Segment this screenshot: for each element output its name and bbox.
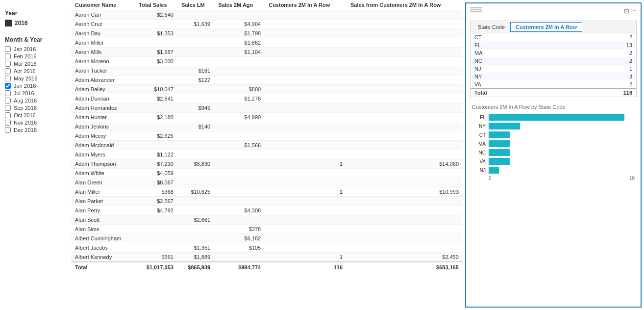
checkbox-oct-2016[interactable] [5, 112, 11, 118]
checkbox-may-2016[interactable] [5, 76, 11, 81]
state-table-row: CT2 [471, 33, 636, 41]
col-total-sales: Total Sales [135, 0, 177, 10]
cell-18-0: Alan Green [71, 178, 135, 187]
state-cell-2-1: 2 [561, 49, 636, 57]
checkbox-jul-2016[interactable] [5, 90, 11, 96]
state-cell-1-1: 13 [561, 41, 636, 49]
filter-oct-2016[interactable]: Oct 2016 [5, 112, 66, 118]
cell-21-2 [177, 206, 214, 215]
filter-mar-2016[interactable]: Mar 2016 [5, 61, 66, 67]
cell-12-2: $140 [177, 122, 214, 131]
tab-state-code[interactable]: State Code [472, 22, 510, 32]
cell-25-3: $105 [214, 243, 265, 253]
cell-11-4 [265, 113, 347, 122]
filter-jul-2016[interactable]: Jul 2016 [5, 90, 66, 96]
drag-handle[interactable] [470, 7, 482, 15]
checkbox-aug-2016[interactable] [5, 98, 11, 103]
cell-22-0: Alan Scott [71, 215, 135, 225]
chart-axis: 0 10 [472, 176, 635, 181]
drag-handle-area: ⊡ ··· [470, 7, 637, 15]
filter-dec-2016[interactable]: Dec 2016 [5, 127, 66, 133]
chart-title: Customers 2M In A Row by State Code [472, 104, 635, 110]
cell-15-1: $1,122 [135, 150, 177, 159]
filter-jun-2016[interactable]: Jun 2016 [5, 83, 66, 89]
cell-9-0: Adam Duncan [71, 94, 135, 103]
year-filter-title: Year [5, 10, 66, 17]
table-row: Adam Duncan$2,841$1,278 [71, 94, 463, 103]
more-icon[interactable]: ··· [632, 7, 637, 15]
cell-11-5 [347, 113, 463, 122]
widget-tabs: State Code Customers 2M In A Row [472, 22, 582, 32]
cell-18-2 [177, 178, 214, 187]
cell-22-3 [214, 215, 265, 225]
cell-20-5 [347, 197, 463, 206]
cell-13-0: Adam Mccoy [71, 131, 135, 141]
label-mar-2016: Mar 2016 [14, 61, 36, 67]
filter-may-2016[interactable]: May 2016 [5, 76, 66, 81]
table-body: Aaron Carr$2,640Aaron Cruz$1,639$4,904Aa… [71, 10, 463, 262]
drag-line-2 [470, 9, 482, 10]
label-nov-2016: Nov 2016 [14, 120, 37, 126]
checkbox-apr-2016[interactable] [5, 68, 11, 74]
state-cell-1-0: FL [471, 41, 561, 49]
footer-customers-2m: 116 [265, 262, 347, 272]
col-customer-name: Customer Name [71, 0, 135, 10]
checkbox-sep-2016[interactable] [5, 105, 11, 111]
cell-16-5: $14,060 [347, 159, 463, 169]
label-dec-2016: Dec 2016 [14, 127, 37, 133]
cell-19-4: 1 [265, 187, 347, 197]
checkbox-mar-2016[interactable] [5, 61, 11, 67]
filter-jan-2016[interactable]: Jan 2016 [5, 46, 66, 52]
table-row: Albert Kennedy$561$1,8891$2,450 [71, 253, 463, 262]
filter-sep-2016[interactable]: Sep 2016 [5, 105, 66, 111]
year-item-2016: 2016 [5, 20, 66, 26]
checkbox-jan-2016[interactable] [5, 46, 11, 52]
tab-customers-2m[interactable]: Customers 2M In A Row [510, 22, 582, 32]
cell-18-5 [347, 178, 463, 187]
cell-13-5 [347, 131, 463, 141]
checkbox-nov-2016[interactable] [5, 120, 11, 126]
filter-apr-2016[interactable]: Apr 2016 [5, 68, 66, 74]
bar-label-ma: MA [472, 141, 486, 147]
table-row: Alan Sims$378 [71, 225, 463, 234]
cell-8-4 [265, 85, 347, 94]
table-row: Alan Green$8,067 [71, 178, 463, 187]
chart-section: Customers 2M In A Row by State Code FLNY… [470, 102, 637, 183]
cell-17-5 [347, 169, 463, 178]
checkbox-feb-2016[interactable] [5, 53, 11, 59]
checkbox-jun-2016[interactable] [5, 83, 11, 89]
filter-nov-2016[interactable]: Nov 2016 [5, 120, 66, 126]
table-container[interactable]: Customer Name Total Sales Sales LM Sales… [71, 0, 463, 310]
cell-5-3 [214, 57, 265, 66]
filter-aug-2016[interactable]: Aug 2016 [5, 98, 66, 103]
table-row: Adam Jenkins$140 [71, 122, 463, 131]
right-panel: ⊡ ··· State Code Customers 2M In A Row C… [465, 2, 642, 308]
cell-16-2: $6,830 [177, 159, 214, 169]
state-table-row: NY3 [471, 73, 636, 80]
footer-sales-2m: $984,774 [214, 262, 265, 272]
cell-26-5: $2,450 [347, 253, 463, 262]
cell-13-3 [214, 131, 265, 141]
cell-15-0: Adam Myers [71, 150, 135, 159]
cell-17-4 [265, 169, 347, 178]
table-row: Adam Myers$1,122 [71, 150, 463, 159]
state-table-row: FL13 [471, 41, 636, 49]
filter-panel: Year 2016 Month & Year Jan 2016 Feb 2016… [0, 0, 71, 310]
state-cell-2-0: MA [471, 49, 561, 57]
state-cell-5-0: NY [471, 73, 561, 80]
cell-25-2: $1,351 [177, 243, 214, 253]
focus-icon[interactable]: ⊡ [624, 7, 629, 15]
filter-feb-2016[interactable]: Feb 2016 [5, 53, 66, 59]
cell-2-5 [347, 29, 463, 38]
cell-21-0: Alan Perry [71, 206, 135, 215]
cell-7-2: $127 [177, 76, 214, 85]
cell-13-2 [177, 131, 214, 141]
cell-21-3: $4,308 [214, 206, 265, 215]
cell-12-5 [347, 122, 463, 131]
cell-4-1: $1,587 [135, 48, 177, 57]
checkbox-dec-2016[interactable] [5, 127, 11, 133]
cell-1-1 [135, 20, 177, 29]
year-value: 2016 [15, 20, 28, 26]
cell-12-4 [265, 122, 347, 131]
table-row: Aaron Carr$2,640 [71, 10, 463, 20]
